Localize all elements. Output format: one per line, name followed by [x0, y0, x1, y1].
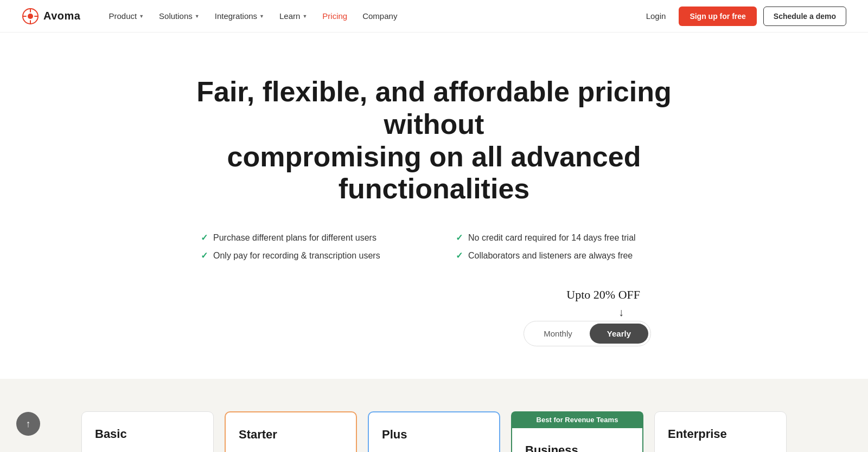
- plus-plan-name: Plus: [382, 428, 486, 442]
- features-grid: ✓ Purchase different plans for different…: [201, 233, 667, 261]
- navbar: Avoma Product ▼ Solutions ▼ Integrations…: [0, 0, 868, 33]
- enterprise-amount: 109: [674, 450, 722, 452]
- check-icon: ✓: [456, 250, 463, 261]
- scroll-to-top-button[interactable]: ↑: [16, 412, 40, 436]
- check-icon: ✓: [456, 233, 463, 243]
- chevron-down-icon: ▼: [139, 14, 144, 19]
- schedule-demo-button[interactable]: Schedule a demo: [763, 7, 846, 26]
- feature-item-1: ✓ Purchase different plans for different…: [201, 233, 412, 243]
- arrow-down-icon: ↓: [618, 306, 624, 319]
- toggle-area: Upto 20% OFF ↓ Monthly Yearly: [108, 288, 760, 346]
- nav-learn[interactable]: Learn ▼: [273, 7, 314, 25]
- logo[interactable]: Avoma: [22, 8, 80, 25]
- monthly-toggle-button[interactable]: Monthly: [526, 324, 590, 344]
- chevron-up-icon: ↑: [26, 418, 31, 430]
- feature-item-3: ✓ No credit card required for 14 days fr…: [456, 233, 667, 243]
- feature-item-2: ✓ Only pay for recording & transcription…: [201, 250, 412, 261]
- check-icon: ✓: [201, 233, 208, 243]
- signup-button[interactable]: Sign up for free: [679, 7, 756, 26]
- pricing-section: Basic $ 0 /user/mo Always Free Starter $…: [0, 379, 868, 452]
- nav-pricing[interactable]: Pricing: [316, 7, 354, 25]
- login-button[interactable]: Login: [640, 7, 673, 25]
- enterprise-plan-name: Enterprise: [668, 427, 773, 441]
- chevron-down-icon: ▼: [259, 14, 264, 19]
- nav-links: Product ▼ Solutions ▼ Integrations ▼ Lea…: [102, 7, 639, 25]
- business-card-wrapper: Best for Revenue Teams Business $ 79 /us…: [511, 411, 643, 452]
- enterprise-card-wrapper: Enterprise $ 109 /user/mo Billed Annuall…: [654, 411, 787, 452]
- feature-item-4: ✓ Collaborators and listeners are always…: [456, 250, 667, 261]
- nav-product[interactable]: Product ▼: [102, 7, 150, 25]
- svg-point-1: [28, 14, 33, 19]
- chevron-down-icon: ▼: [302, 14, 307, 19]
- business-plan-name: Business: [525, 443, 629, 452]
- chevron-down-icon: ▼: [195, 14, 200, 19]
- billing-toggle[interactable]: Monthly Yearly: [524, 321, 651, 346]
- hero-headline: Fair, flexible, and affordable pricing w…: [190, 76, 678, 205]
- nav-right: Login Sign up for free Schedule a demo: [640, 7, 846, 26]
- starter-plan-name: Starter: [239, 428, 343, 442]
- check-icon: ✓: [201, 250, 208, 261]
- avoma-logo-icon: [22, 8, 39, 25]
- plus-card-wrapper: Plus $ 49 /user/mo Billed Annually: [368, 411, 500, 452]
- nav-solutions[interactable]: Solutions ▼: [152, 7, 206, 25]
- pricing-cards: Basic $ 0 /user/mo Always Free Starter $…: [81, 411, 787, 452]
- yearly-toggle-button[interactable]: Yearly: [590, 324, 648, 344]
- upto-badge: Upto 20% OFF: [566, 288, 640, 302]
- basic-card-wrapper: Basic $ 0 /user/mo Always Free: [81, 411, 214, 452]
- hero-section: Fair, flexible, and affordable pricing w…: [0, 33, 868, 379]
- plus-pricing-card: Plus $ 49 /user/mo Billed Annually: [368, 411, 500, 452]
- nav-integrations[interactable]: Integrations ▼: [208, 7, 271, 25]
- nav-company[interactable]: Company: [356, 7, 404, 25]
- basic-pricing-card: Basic $ 0 /user/mo Always Free: [81, 411, 214, 452]
- enterprise-pricing-card: Enterprise $ 109 /user/mo Billed Annuall…: [654, 411, 787, 452]
- best-badge: Best for Revenue Teams: [511, 411, 643, 428]
- logo-text: Avoma: [43, 10, 80, 22]
- basic-plan-name: Basic: [95, 427, 200, 441]
- business-pricing-card: Business $ 79 /user/mo Billed Annually: [511, 428, 643, 452]
- enterprise-price-row: $ 109 /user/mo: [668, 450, 773, 452]
- basic-amount: 0: [101, 450, 117, 452]
- starter-card-wrapper: Starter $ 19 /user/mo Billed Annually: [225, 411, 357, 452]
- basic-price-row: $ 0 /user/mo: [95, 450, 200, 452]
- starter-pricing-card: Starter $ 19 /user/mo Billed Annually: [225, 411, 357, 452]
